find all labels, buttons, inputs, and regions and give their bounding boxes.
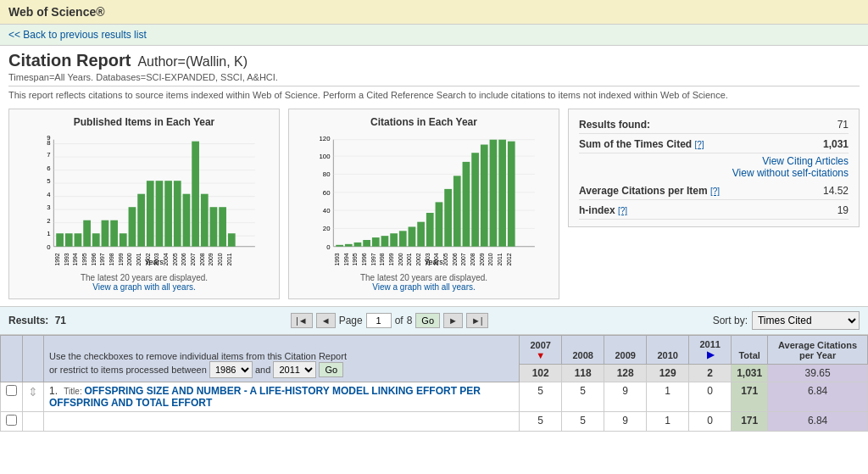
svg-text:2001: 2001 — [136, 253, 142, 265]
svg-rect-89 — [453, 176, 461, 246]
published-view-all-link[interactable]: View a graph with all years. — [92, 282, 196, 292]
year2010-header: 2010 — [647, 336, 689, 365]
svg-text:2009: 2009 — [479, 253, 485, 265]
last-page-button[interactable]: ►| — [466, 313, 488, 328]
svg-rect-21 — [65, 233, 73, 247]
svg-text:0: 0 — [326, 243, 330, 251]
hindex-help-link[interactable]: [?] — [618, 206, 627, 215]
row-total: 171 — [732, 382, 768, 412]
year2009-header: 2009 — [604, 336, 647, 365]
total-y2010: 129 — [647, 365, 689, 382]
svg-rect-93 — [490, 140, 498, 247]
app-title: Web of Science® — [8, 5, 860, 19]
svg-rect-86 — [426, 213, 434, 247]
svg-text:2002: 2002 — [415, 253, 421, 265]
svg-text:1996: 1996 — [361, 253, 367, 265]
svg-rect-23 — [83, 220, 91, 247]
svg-text:1994: 1994 — [72, 253, 78, 265]
svg-rect-30 — [147, 181, 154, 247]
svg-text:3: 3 — [47, 204, 50, 211]
svg-text:1993: 1993 — [334, 253, 340, 265]
results-found-value: 71 — [837, 119, 849, 131]
svg-rect-37 — [210, 207, 218, 247]
svg-text:1995: 1995 — [81, 253, 87, 265]
svg-rect-80 — [372, 237, 380, 247]
next-page-button[interactable]: ► — [443, 313, 463, 328]
svg-rect-84 — [409, 226, 416, 246]
row-y2011: 0 — [689, 382, 732, 412]
svg-text:2006: 2006 — [181, 253, 186, 265]
back-link-bar: << Back to previous results list — [0, 25, 868, 46]
avg-value: 14.52 — [823, 185, 849, 197]
sort-select[interactable]: Times Cited Publication Year Source Titl… — [752, 311, 860, 330]
svg-text:1999: 1999 — [388, 253, 394, 265]
back-link[interactable]: << Back to previous results list — [8, 29, 147, 41]
row2-drag — [23, 412, 44, 432]
row2-content — [44, 412, 520, 432]
results-found-row: Results found: 71 — [579, 116, 849, 134]
page-go-button[interactable]: Go — [415, 313, 440, 328]
year-from-select[interactable]: 19861987198819891990 — [209, 361, 253, 378]
svg-text:1997: 1997 — [370, 253, 376, 265]
svg-rect-87 — [436, 202, 443, 246]
avg-help-link[interactable]: [?] — [710, 187, 720, 196]
first-page-button[interactable]: |◄ — [291, 313, 313, 328]
svg-rect-28 — [129, 207, 136, 247]
svg-text:2008: 2008 — [470, 253, 476, 265]
svg-text:2004: 2004 — [163, 253, 169, 265]
year-to-select[interactable]: 201020112012 — [273, 361, 316, 378]
title-section: Citation Report Author=(Wallin, K) Times… — [0, 46, 868, 102]
hindex-label: h-index [?] — [579, 204, 627, 216]
svg-text:2007: 2007 — [190, 253, 196, 265]
sum-cited-row: Sum of the Times Cited [?] 1,031 — [579, 134, 849, 153]
svg-rect-31 — [156, 181, 164, 247]
header-bar: Web of Science® — [0, 0, 868, 25]
svg-text:2011: 2011 — [226, 253, 232, 265]
total-y2008: 118 — [562, 365, 604, 382]
view-citing-link[interactable]: View Citing Articles — [579, 155, 849, 167]
sum-help-link[interactable]: [?] — [694, 140, 704, 149]
row-y2009: 9 — [604, 382, 647, 412]
controls-text: Use the checkboxes to remove individual … — [49, 351, 347, 361]
results-count-section: Results: 71 — [8, 315, 66, 326]
total-y2009: 128 — [604, 365, 647, 382]
row2-checkbox[interactable] — [1, 412, 23, 432]
svg-rect-79 — [363, 240, 370, 247]
svg-rect-39 — [228, 233, 236, 247]
item-checkbox[interactable] — [6, 385, 17, 396]
page-label: Page — [339, 315, 363, 326]
svg-text:80: 80 — [323, 170, 331, 178]
svg-rect-78 — [354, 243, 362, 247]
view-no-self-link[interactable]: View without self-citations — [579, 167, 849, 179]
drag-header — [23, 336, 44, 382]
page-input[interactable] — [366, 313, 392, 328]
citations-view-all-link[interactable]: View a graph with all years. — [372, 282, 476, 292]
svg-text:2000: 2000 — [126, 253, 132, 265]
row2-total: 171 — [732, 412, 768, 432]
row-y2008: 5 — [562, 382, 604, 412]
svg-text:20: 20 — [323, 225, 331, 232]
row-checkbox[interactable] — [1, 382, 23, 412]
svg-rect-77 — [345, 244, 353, 247]
svg-rect-91 — [471, 153, 479, 247]
prev-page-button[interactable]: ◄ — [316, 313, 336, 328]
svg-rect-22 — [75, 233, 82, 247]
svg-text:5: 5 — [47, 177, 50, 185]
row2-y2009: 9 — [604, 412, 647, 432]
svg-text:7: 7 — [47, 151, 50, 159]
svg-rect-90 — [463, 162, 470, 247]
svg-text:2011: 2011 — [497, 253, 503, 265]
arrow2007: ▼ — [536, 350, 545, 360]
table-row: ⇕ 1. Title: OFFSPRING SIZE AND NUMBER - … — [1, 382, 868, 412]
svg-text:120: 120 — [320, 135, 331, 142]
results-found-label: Results found: — [579, 119, 650, 131]
hindex-row: h-index [?] 19 — [579, 200, 849, 220]
svg-rect-81 — [381, 236, 389, 247]
svg-text:2: 2 — [47, 217, 50, 225]
item-title-link[interactable]: OFFSPRING SIZE AND NUMBER - A LIFE-HISTO… — [49, 385, 481, 409]
filter-go-button[interactable]: Go — [319, 362, 343, 377]
table-section: Use the checkboxes to remove individual … — [0, 335, 868, 432]
svg-text:2000: 2000 — [398, 253, 403, 265]
item2-checkbox[interactable] — [6, 415, 17, 426]
svg-rect-33 — [174, 181, 181, 247]
